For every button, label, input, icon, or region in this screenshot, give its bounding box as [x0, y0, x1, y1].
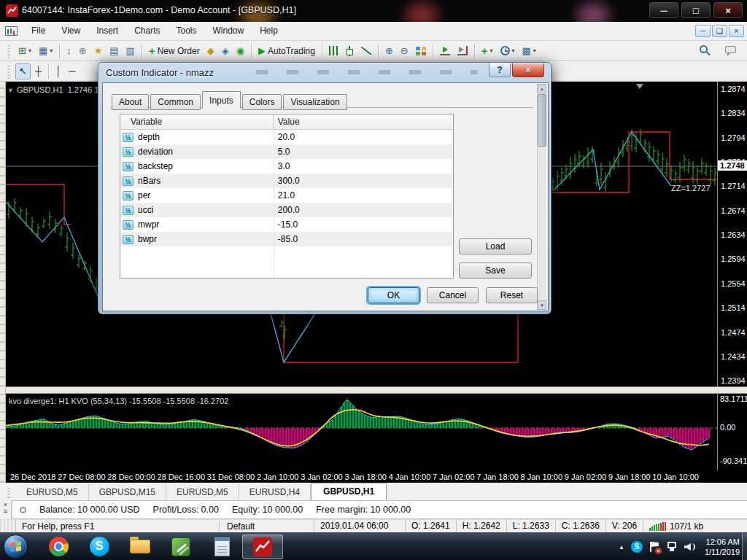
chart-tab-gbpusd-m15[interactable]: GBPUSD,M15	[89, 484, 166, 500]
table-row[interactable]: ½per21.0	[120, 188, 453, 203]
table-row[interactable]: ½nBars300.0	[120, 174, 453, 188]
reset-button[interactable]: Reset	[486, 287, 538, 303]
ok-button[interactable]: OK	[368, 287, 419, 303]
table-row[interactable]: ½depth20.0	[120, 130, 453, 144]
indicators-button[interactable]: +▾	[479, 44, 496, 58]
pane-splitter[interactable]	[0, 386, 747, 394]
chat-button[interactable]	[722, 44, 739, 55]
dialog-close-button[interactable]: ×	[512, 63, 544, 77]
candle-style-button[interactable]	[342, 44, 357, 58]
terminal-trade-row[interactable]: Balance: 10 000.00 USD Profit/Loss: 0.00…	[12, 500, 747, 519]
taskbar-item-chrome[interactable]	[38, 534, 79, 559]
value-cell[interactable]: 3.0	[274, 159, 290, 174]
new-order-button[interactable]: +New Order	[146, 44, 203, 58]
value-cell[interactable]: 200.0	[274, 203, 300, 217]
tab-visualization[interactable]: Visualization	[283, 94, 347, 110]
menu-tools[interactable]: Tools	[169, 22, 205, 40]
dialog-help-button[interactable]: ?	[489, 63, 511, 77]
taskbar-item-green-app[interactable]	[160, 534, 201, 559]
autotrading-button[interactable]: ▶AutoTrading	[255, 44, 318, 58]
tab-inputs[interactable]: Inputs	[202, 91, 241, 109]
quick-trade-arrow-icon[interactable]: ▼	[7, 87, 14, 94]
chart-tab-eurusd-h4[interactable]: EURUSD,H4	[239, 484, 311, 500]
close-button[interactable]: ×	[713, 2, 743, 18]
taskbar-clock[interactable]: 12:06 AM 1/11/2019	[705, 537, 740, 557]
periods-button[interactable]: ▾	[498, 44, 518, 57]
scroll-thumb[interactable]	[538, 94, 546, 147]
tray-skype-icon[interactable]: S	[631, 541, 643, 553]
menu-insert[interactable]: Insert	[88, 22, 126, 40]
network-icon[interactable]	[666, 542, 678, 552]
show-desktop-button[interactable]	[742, 533, 747, 560]
menu-charts[interactable]: Charts	[126, 22, 168, 40]
statusbar-profile[interactable]: Default	[219, 521, 314, 532]
data-window-button[interactable]: ▤	[107, 44, 121, 58]
maximize-button[interactable]: □	[681, 2, 711, 18]
table-row[interactable]: ½backstep3.0	[120, 159, 453, 174]
crosshair-window-button[interactable]: ⊕	[76, 44, 90, 58]
tray-expand-icon[interactable]: ▲	[619, 544, 624, 551]
scroll-down-icon[interactable]: ▼	[538, 300, 546, 310]
value-cell[interactable]: 20.0	[274, 130, 295, 144]
start-button[interactable]	[4, 534, 28, 559]
experts-button[interactable]: ◈	[219, 44, 232, 58]
profiles-button[interactable]: ▦▾	[36, 44, 55, 58]
dialog-titlebar[interactable]: Custom Indicator - nmazz ? ×	[98, 63, 551, 82]
dialog-scrollbar[interactable]: ▲ ▼	[537, 84, 546, 310]
horizontal-line-button[interactable]: ─	[66, 64, 78, 79]
taskbar-item-skype[interactable]: S	[79, 534, 120, 559]
save-button[interactable]: Save	[459, 262, 532, 279]
signals-button[interactable]: ◉	[233, 44, 247, 58]
terminal-grip-icon[interactable]: ≡	[0, 508, 11, 515]
mdi-close-button[interactable]: ×	[729, 25, 744, 37]
search-button[interactable]	[697, 44, 711, 55]
line-style-button[interactable]	[358, 45, 374, 56]
menu-view[interactable]: View	[53, 22, 88, 40]
market-watch-button[interactable]: ↕	[63, 44, 74, 58]
value-cell[interactable]: 5.0	[274, 144, 290, 159]
zoom-in-button[interactable]: ⊕	[382, 44, 396, 58]
value-header[interactable]: Value	[274, 114, 300, 129]
new-chart-button[interactable]: ⊞▾	[15, 44, 34, 58]
bars-style-button[interactable]	[326, 44, 341, 57]
action-center-icon[interactable]: ×	[649, 541, 659, 553]
cancel-button[interactable]: Cancel	[427, 287, 479, 303]
scroll-up-icon[interactable]: ▲	[538, 84, 546, 93]
minimize-button[interactable]: ─	[649, 2, 678, 18]
variable-header[interactable]: Variable	[120, 114, 274, 129]
menu-help[interactable]: Help	[252, 22, 286, 40]
chart-tab-gbpusd-h1[interactable]: GBPUSD,H1	[311, 483, 387, 500]
table-row[interactable]: ½deviation5.0	[120, 144, 453, 159]
mdi-minimize-button[interactable]: ─	[695, 25, 711, 37]
table-row[interactable]: ½mwpr-15.0	[120, 217, 453, 232]
load-button[interactable]: Load	[459, 238, 532, 254]
navigator-button[interactable]: ★	[91, 44, 106, 58]
chart-tab-eurusd-m5[interactable]: EURUSD,M5	[166, 484, 239, 500]
tab-colors[interactable]: Colors	[242, 94, 282, 110]
volume-icon[interactable]	[684, 542, 696, 552]
value-cell[interactable]: 21.0	[274, 188, 295, 203]
vertical-line-button[interactable]: │	[53, 64, 64, 79]
chart-tab-eurusd-m5[interactable]: EURUSD,M5	[16, 484, 89, 500]
menu-window[interactable]: Window	[205, 22, 252, 40]
zoom-out-button[interactable]: ⊖	[398, 44, 411, 58]
templates-button[interactable]: ▩▾	[519, 44, 539, 58]
value-cell[interactable]: 300.0	[274, 174, 300, 188]
toolbar-grip[interactable]	[7, 64, 10, 79]
toolbar-grip[interactable]	[7, 44, 10, 58]
crosshair-button[interactable]: ┼	[32, 64, 44, 79]
table-row[interactable]: ½ucci200.0	[120, 203, 453, 217]
kvo-indicator-pane[interactable]: kvo diverge1: H1 KVO (55,34,13) -15.5508…	[0, 394, 747, 470]
taskbar-item-metatrader[interactable]	[242, 534, 283, 559]
table-row[interactable]: ½bwpr-85.0	[120, 232, 453, 246]
auto-scroll-button[interactable]	[437, 44, 453, 57]
taskbar-item-notepad[interactable]	[201, 534, 242, 559]
chart-shift-button[interactable]	[454, 44, 471, 57]
value-cell[interactable]: -15.0	[274, 217, 298, 232]
taskbar-item-explorer[interactable]	[120, 534, 160, 559]
scripts-button[interactable]: ◆	[204, 44, 217, 58]
tab-about[interactable]: About	[112, 94, 149, 110]
value-cell[interactable]: -85.0	[274, 232, 298, 246]
menu-file[interactable]: File	[23, 22, 53, 40]
tick-chart-button[interactable]: ▥	[123, 44, 138, 58]
